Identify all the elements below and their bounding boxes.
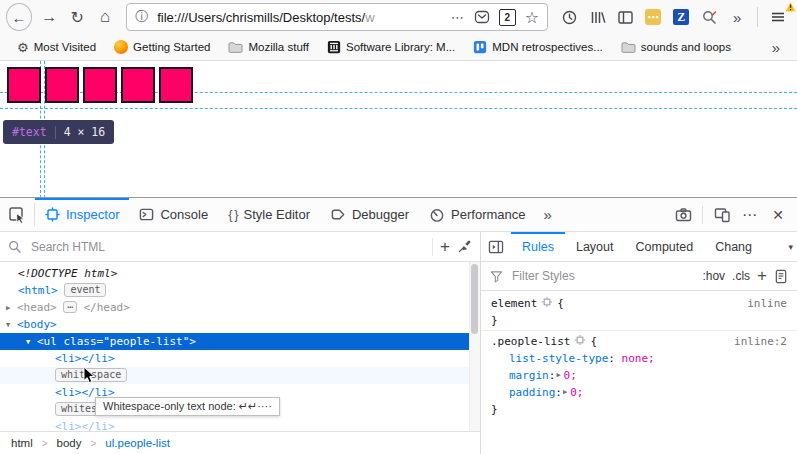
expand-value-icon[interactable]: ▶ (563, 384, 567, 401)
add-node-button[interactable]: + (440, 237, 450, 257)
bookmark-mdn-retrospectives[interactable]: MDN retrospectives... (466, 38, 610, 56)
event-badge[interactable]: event (64, 283, 106, 297)
camera-icon (675, 207, 692, 223)
tree-row-ul-selected[interactable]: ▼<ul class="people-list"> (0, 333, 480, 350)
tree-row-head[interactable]: ▶<head> ⋯ </head> (0, 299, 480, 316)
tab-computed[interactable]: Computed (625, 232, 705, 261)
tab-label: Chang (715, 240, 752, 254)
bookmark-getting-started[interactable]: Getting Started (107, 38, 217, 56)
highlighter-infobar: #text 4 × 16 (3, 120, 114, 144)
bookmark-mozilla-stuff[interactable]: Mozilla stuff (221, 39, 316, 56)
search-extension-button[interactable] (696, 3, 722, 31)
bookmarks-overflow-button[interactable]: » (765, 37, 787, 58)
screenshot-button[interactable] (670, 202, 696, 228)
reload-button[interactable]: ↻ (64, 3, 90, 31)
tab-changes[interactable]: Chang (704, 232, 788, 261)
extension-yellow-button[interactable]: ⋯ (640, 3, 666, 31)
class-toggle[interactable]: .cls (732, 269, 750, 283)
tab-layout[interactable]: Layout (565, 232, 625, 261)
close-brace: } (491, 312, 498, 329)
home-button[interactable]: ⌂ (92, 3, 118, 31)
sidebar-toggle-button[interactable] (612, 3, 638, 31)
element-picker-button[interactable] (0, 198, 34, 231)
zotero-button[interactable]: Z (668, 3, 694, 31)
tab-performance[interactable]: Performance (419, 198, 535, 231)
tree-row-html[interactable]: <html> event (0, 282, 480, 299)
tab-inspector[interactable]: Inspector (35, 198, 129, 231)
page-info-icon[interactable]: ⓘ (135, 8, 148, 26)
ul-tag: <ul class="people-list"> (37, 335, 196, 348)
expand-arrow-icon[interactable]: ▼ (6, 317, 17, 334)
history-button[interactable] (556, 3, 582, 31)
forward-button[interactable]: → (36, 3, 62, 31)
breadcrumb-html[interactable]: html (11, 437, 33, 449)
folder-icon (228, 41, 243, 54)
bookmark-sounds-and-loops[interactable]: sounds and loops (614, 39, 738, 56)
colon: : (555, 384, 562, 401)
expand-arrow-icon[interactable]: ▼ (26, 334, 37, 351)
filter-styles-input[interactable] (510, 268, 695, 284)
breadcrumb-ul-people-list[interactable]: ul.people-list (105, 437, 170, 449)
gear-icon: ⚙ (17, 40, 29, 55)
app-menu-button[interactable] (765, 3, 791, 31)
toolbar-separator (702, 206, 703, 224)
mdn-icon (473, 40, 487, 54)
tree-scrollbar[interactable] (469, 262, 480, 431)
open-brace: { (590, 333, 597, 350)
devtools-menu-button[interactable]: ⋯ (737, 202, 763, 228)
people-list-items (7, 67, 193, 103)
bookmark-software-library[interactable]: Software Library: M... (320, 38, 462, 56)
sidebar-tabs-dropdown[interactable]: ▾ (788, 232, 797, 261)
url-text[interactable]: file:///Users/chrismills/Desktop/tests/w (157, 10, 442, 25)
declaration-padding[interactable]: padding:▶0; (481, 384, 797, 401)
expand-value-icon[interactable]: ▶ (556, 367, 560, 384)
tab-debugger[interactable]: Debugger (320, 198, 419, 231)
devtools-panel: Inspector Console { } Style Editor Debug… (0, 197, 797, 454)
breadcrumb-body[interactable]: body (57, 437, 82, 449)
bookmark-most-visited[interactable]: ⚙ Most Visited (10, 38, 103, 57)
tree-row-li[interactable]: <li></li> (0, 350, 480, 367)
devtools-tabs-overflow[interactable]: » (536, 198, 560, 231)
tree-row-li[interactable]: <li></li> (0, 418, 480, 431)
rule-source-link[interactable]: inline:2 (734, 333, 787, 350)
devtools-close-button[interactable]: ✕ (765, 202, 791, 228)
pocket-icon[interactable] (474, 9, 490, 25)
stylesheet-icon[interactable] (774, 269, 788, 284)
url-bar[interactable]: ⓘ file:///Users/chrismills/Desktop/tests… (126, 3, 548, 31)
collapse-sidebar-button[interactable] (481, 232, 511, 261)
eyedropper-button[interactable] (457, 239, 472, 254)
collapse-arrow-icon[interactable]: ▶ (6, 300, 17, 317)
tree-row-doctype[interactable]: <!DOCTYPE html> (0, 265, 480, 282)
rule-people-list-selector[interactable]: .people-list { inline:2 (481, 333, 797, 350)
declaration-list-style-type[interactable]: list-style-type: none; (481, 350, 797, 367)
rule-element-selector[interactable]: element { inline (481, 295, 797, 312)
highlight-selector-icon[interactable] (575, 333, 585, 350)
highlight-selector-icon[interactable] (542, 295, 552, 312)
whitespace-tooltip: Whitespace-only text node: ↵↵···· (95, 397, 280, 416)
history-clock-icon (561, 9, 578, 26)
rule-source-link[interactable]: inline (747, 295, 787, 312)
responsive-design-button[interactable] (709, 202, 735, 228)
add-rule-button[interactable]: + (757, 266, 767, 286)
colon: : (608, 350, 615, 367)
tab-console[interactable]: Console (129, 198, 218, 231)
pseudo-hover-toggle[interactable]: :hov (702, 269, 725, 283)
search-html-input[interactable] (29, 239, 425, 255)
page-actions-icon[interactable]: ⋯ (451, 10, 465, 25)
tree-row-whitespace[interactable]: whitespace (0, 367, 480, 384)
toolbar-overflow-button[interactable]: » (724, 3, 750, 31)
library-button[interactable] (584, 3, 610, 31)
back-button[interactable]: ← (6, 3, 32, 31)
bookmark-star-icon[interactable]: ☆ (525, 8, 539, 27)
colon: : (549, 367, 556, 384)
open-brace: { (557, 295, 564, 312)
tab-rules[interactable]: Rules (511, 232, 565, 261)
tree-row-body[interactable]: ▼<body> (0, 316, 480, 333)
extension-page-action-icon[interactable]: 2 (499, 9, 516, 26)
firefox-icon (114, 40, 128, 54)
ellipsis-badge[interactable]: ⋯ (63, 301, 76, 313)
tab-style-editor[interactable]: { } Style Editor (218, 198, 320, 231)
warning-badge-icon (784, 0, 797, 17)
scrollbar-thumb[interactable] (471, 264, 478, 334)
declaration-margin[interactable]: margin:▶0; (481, 367, 797, 384)
